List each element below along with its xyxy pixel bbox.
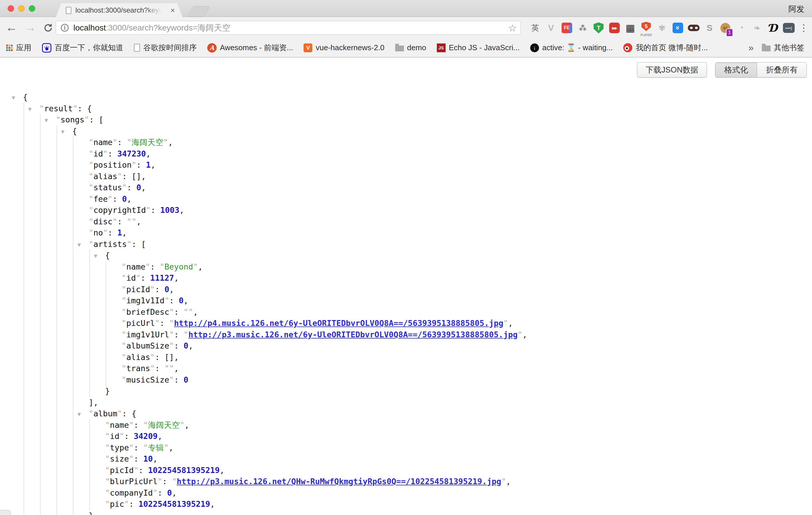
sitemap-icon[interactable]: ⁂: [575, 17, 591, 38]
collapse-expander-icon[interactable]: ▼: [94, 250, 97, 262]
json-link[interactable]: http://p3.music.126.net/6y-UleORITEDbvrO…: [188, 330, 518, 339]
mask-icon[interactable]: [686, 17, 702, 38]
json-key: alias: [93, 172, 117, 181]
json-key: fee: [93, 194, 108, 203]
json-key: type: [110, 443, 129, 452]
json-row: "musicSize": 0: [121, 374, 527, 386]
json-row: "disc": "",: [89, 216, 527, 228]
json-row: "pic": 102254581395219,: [105, 498, 527, 510]
bookmark-label: 应用: [16, 42, 31, 53]
json-row: "img1v1Url": "http://p3.music.126.net/6y…: [121, 329, 527, 341]
json-link[interactable]: http://p4.music.126.net/6y-UleORITEDbvrO…: [174, 319, 503, 328]
bookmark-item[interactable]: 百度一下，你就知道: [42, 42, 123, 53]
collapse-expander-icon[interactable]: ▼: [28, 103, 31, 115]
other-bookmarks-label: 其他书签: [774, 42, 804, 53]
json-key: disc: [93, 217, 112, 226]
weibo-eye-icon[interactable]: ◔: [733, 17, 749, 38]
password-dots-icon[interactable]: •••|: [781, 17, 797, 38]
d-script-icon[interactable]: Ɗ: [765, 17, 781, 38]
html5-player-icon[interactable]: 5PLAYER: [638, 17, 654, 38]
browser-toolbar: localhost:3000/search?keywords=海阔天空 英VFE…: [0, 17, 812, 38]
json-row: "no": 1,: [89, 227, 527, 239]
extensions-row: 英VFE⁂T▶▶▦5PLAYER✾»Sω1◔❧Ɗ•••|: [527, 17, 797, 38]
json-row: "fee": 0,: [89, 194, 527, 205]
json-key: status: [93, 183, 122, 192]
json-row: "name": "Beyond",: [121, 261, 527, 273]
json-row: "alias": [],: [89, 171, 527, 182]
kebab-menu-icon[interactable]: [797, 17, 811, 38]
collapse-all-button[interactable]: 折叠所有: [757, 62, 806, 77]
qr-code-icon[interactable]: ▦: [622, 17, 638, 38]
fast-forward-icon[interactable]: ▶▶: [607, 17, 622, 38]
omnibox-url-bar[interactable]: localhost:3000/search?keywords=海阔天空: [56, 21, 521, 35]
json-link[interactable]: http://p3.music.126.net/QHw-RuMwfQkmgtiy…: [177, 477, 501, 486]
other-bookmarks-folder[interactable]: 其他书签: [762, 42, 804, 53]
page-info-icon[interactable]: [61, 24, 69, 32]
collapse-expander-icon[interactable]: ▼: [78, 239, 81, 251]
json-key: musicSize: [126, 375, 169, 384]
json-string-value: 海阔天空: [132, 138, 163, 147]
json-key: copyrightId: [93, 205, 146, 214]
json-row: "position": 1,: [89, 160, 527, 171]
baidu-paw-icon: [42, 43, 51, 53]
bird-icon[interactable]: ❧: [749, 17, 765, 38]
translate-icon[interactable]: 英: [527, 17, 543, 38]
json-children: "name": "海阔天空","id": 34209,"type": "专辑",…: [89, 420, 527, 510]
download-json-button[interactable]: 下载JSON数据: [637, 62, 707, 78]
json-key: name: [93, 138, 112, 147]
bookmark-item[interactable]: 我的首页 微博-随时...: [623, 42, 708, 53]
json-key: id: [126, 274, 136, 282]
status-bubble: [0, 510, 10, 515]
json-key: companyId: [110, 488, 153, 497]
bookmark-item[interactable]: 谷歌按时间排序: [134, 42, 197, 53]
reload-icon[interactable]: [43, 23, 53, 34]
format-button[interactable]: 格式化: [716, 62, 757, 77]
shield-t-icon[interactable]: T: [591, 17, 607, 38]
json-row: ▼"artists": [: [89, 239, 527, 250]
back-arrow-icon[interactable]: [4, 20, 19, 34]
bookmark-item[interactable]: demo: [395, 43, 426, 52]
collapse-expander-icon[interactable]: ▼: [61, 126, 64, 137]
bookmark-item[interactable]: Vvue-hackernews-2.0: [303, 43, 384, 52]
json-key: result: [44, 104, 73, 113]
json-row: "id": 34209,: [105, 431, 527, 442]
window-minimize-button[interactable]: [18, 5, 25, 12]
bookmark-item[interactable]: ↓active: ⌛ - waiting...: [530, 43, 613, 52]
chrome-profile-name[interactable]: 阿发: [788, 4, 804, 15]
window-close-button[interactable]: [8, 5, 14, 12]
extension-badge: 1: [726, 28, 733, 37]
blue-chevrons-icon[interactable]: »: [670, 17, 686, 38]
collapse-expander-icon[interactable]: ▼: [78, 408, 81, 420]
json-number-value: 0: [183, 375, 188, 384]
json-row: "copyrightId": 1003,: [89, 205, 527, 216]
monkey-icon[interactable]: ω1: [718, 17, 733, 38]
paw-icon[interactable]: ✾: [654, 17, 670, 38]
bookmark-label: 百度一下，你就知道: [55, 42, 123, 53]
browser-tab[interactable]: localhost:3000/search?keywor: [56, 3, 182, 17]
fe-icon[interactable]: FE: [559, 17, 575, 38]
json-row: "companyId": 0,: [105, 487, 527, 499]
window-zoom-button[interactable]: [29, 5, 35, 12]
json-number-value: 0: [165, 285, 169, 294]
bookmark-item[interactable]: JSEcho JS - JavaScri...: [437, 43, 520, 52]
collapse-expander-icon[interactable]: ▼: [12, 92, 15, 103]
json-children: ▼"songs": [▼{"name": "海阔天空","id": 347230…: [40, 114, 527, 515]
json-key: briefDesc: [126, 307, 169, 316]
bookmark-item[interactable]: 应用: [6, 42, 31, 53]
json-children: "name": "Beyond","id": 11127,"picId": 0,…: [106, 261, 527, 386]
bookmark-item[interactable]: AAwesomes - 前端资...: [207, 42, 293, 53]
json-row: "img1v1Id": 0,: [121, 295, 527, 307]
json-children: "name": "海阔天空","id": 347230,"position": …: [73, 137, 527, 515]
bookmarks-overflow-chevron-icon[interactable]: [748, 42, 754, 53]
json-row: ▼"songs": [: [56, 114, 527, 126]
json-key: pic: [110, 499, 124, 509]
json-number-value: 11127: [150, 274, 174, 282]
json-number-value: 0: [137, 183, 141, 192]
json-number-value: 1003: [160, 205, 179, 214]
tab-close-icon[interactable]: [171, 6, 175, 14]
bookmark-label: vue-hackernews-2.0: [316, 43, 384, 52]
bookmark-star-icon[interactable]: [508, 22, 517, 34]
vue-devtools-icon[interactable]: V: [543, 17, 559, 38]
collapse-expander-icon[interactable]: ▼: [45, 115, 48, 126]
s-letter-icon[interactable]: S: [702, 17, 718, 38]
